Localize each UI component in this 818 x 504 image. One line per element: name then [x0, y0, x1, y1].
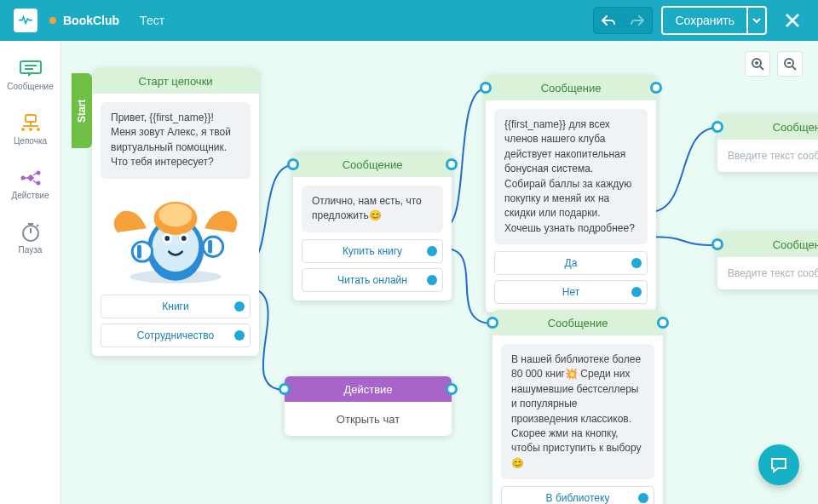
port-in-icon[interactable] [287, 158, 299, 170]
action-icon [19, 169, 43, 187]
svg-rect-37 [137, 244, 141, 258]
node-msg-library-title: Сообщение [548, 317, 608, 329]
node-msg-empty-a[interactable]: Сообщение Введите текст сообщения [717, 114, 818, 172]
port-icon[interactable] [234, 330, 245, 341]
svg-point-38 [203, 237, 222, 256]
svg-line-14 [33, 173, 37, 175]
node-start-text: Привет, {{first_name}}! Меня зовут Алекс… [101, 102, 251, 179]
svg-line-21 [760, 66, 763, 70]
node-msg-library-header: Сообщение [493, 310, 663, 335]
tool-action[interactable]: Действие [7, 160, 55, 208]
port-in-icon[interactable] [480, 82, 492, 94]
node-msg-empty-b-title: Сообщение [773, 238, 818, 251]
svg-point-35 [181, 236, 187, 241]
port-in-icon[interactable] [711, 238, 723, 250]
node-msg-offer-title: Сообщение [343, 158, 403, 171]
zoom-controls [745, 51, 803, 77]
svg-point-36 [132, 241, 152, 261]
node-start-header: Старт цепочки [92, 68, 259, 94]
node-start-btn-partner[interactable]: Сотрудничество [101, 324, 251, 347]
zoom-out-button[interactable] [777, 51, 803, 77]
node-msg-offer-btn-buy[interactable]: Купить книгу [302, 239, 443, 263]
node-msg-empty-b-header: Сообщение [717, 232, 818, 257]
flow-canvas[interactable]: Start Старт цепочки Привет, {{first_name… [61, 41, 818, 504]
start-tab[interactable]: Start [72, 73, 92, 148]
node-msg-empty-b[interactable]: Сообщение Введите текст сообщения [717, 232, 818, 289]
node-msg-library[interactable]: Сообщение В нашей библиотеке более 80 00… [493, 310, 663, 504]
port-icon[interactable] [631, 258, 642, 268]
svg-rect-0 [20, 61, 41, 73]
svg-line-19 [37, 225, 38, 226]
port-icon[interactable] [638, 493, 648, 503]
undo-button[interactable] [594, 8, 623, 33]
node-msg-empty-a-placeholder[interactable]: Введите текст сообщения [717, 140, 818, 172]
node-msg-offer-btn-read[interactable]: Читать онлайн [302, 268, 443, 292]
tool-pause-label: Пауза [19, 245, 43, 255]
node-msg-offer-header: Сообщение [293, 152, 452, 177]
port-in-icon[interactable] [487, 317, 498, 329]
svg-point-7 [29, 128, 32, 131]
node-start-title: Старт цепочки [138, 75, 212, 88]
svg-point-9 [20, 175, 25, 180]
node-action-chat-title: Действие [343, 383, 392, 396]
port-out-icon[interactable] [657, 317, 669, 329]
node-msg-bonus-text: {{first_name}} для всех членов нашего кл… [494, 109, 648, 244]
save-button[interactable]: Сохранить [663, 8, 746, 33]
node-action-chat[interactable]: Действие Открыть чат [285, 376, 452, 436]
close-button[interactable] [781, 9, 804, 32]
node-msg-empty-a-title: Сообщение [773, 121, 818, 134]
svg-point-10 [36, 170, 40, 175]
pulse-icon [19, 15, 32, 26]
pause-icon [19, 223, 43, 242]
tool-pause[interactable]: Пауза [7, 215, 55, 262]
redo-button[interactable] [623, 8, 652, 33]
node-msg-empty-b-placeholder[interactable]: Введите текст сообщения [717, 257, 818, 289]
status-dot-icon [49, 17, 56, 24]
tool-message[interactable]: Сообщение [7, 51, 55, 99]
node-msg-offer-text: Отлично, нам есть, что предложить😊 [302, 186, 443, 232]
port-in-icon[interactable] [711, 121, 723, 133]
svg-rect-39 [208, 239, 212, 253]
svg-point-6 [21, 128, 25, 131]
node-msg-library-text: В нашей библиотеке более 80 000 книг💥 Ср… [501, 344, 654, 479]
save-button-group: Сохранить [661, 6, 767, 35]
top-bar: BookClub Тест Сохранить [0, 0, 818, 41]
tool-sidebar: Сообщение Цепочка Действие Пауза [0, 41, 61, 504]
tool-chain-label: Цепочка [14, 136, 47, 146]
port-out-icon[interactable] [650, 82, 662, 94]
port-icon[interactable] [427, 275, 437, 285]
node-start-btn-books[interactable]: Книги [101, 295, 251, 318]
node-msg-bonus-header: Сообщение [486, 75, 656, 100]
node-msg-bonus-btn-no[interactable]: Нет [494, 280, 648, 304]
message-icon [19, 60, 43, 78]
node-start[interactable]: Старт цепочки Привет, {{first_name}}! Ме… [92, 68, 259, 356]
chain-icon [19, 114, 43, 133]
node-msg-bonus-btn-yes[interactable]: Да [494, 251, 648, 275]
port-out-icon[interactable] [446, 383, 458, 395]
node-msg-bonus[interactable]: Сообщение {{first_name}} для всех членов… [486, 75, 656, 312]
breadcrumb-page[interactable]: Тест [140, 14, 164, 27]
port-icon[interactable] [234, 301, 245, 312]
node-msg-library-btn-go[interactable]: В библиотеку [501, 486, 654, 504]
save-dropdown[interactable] [746, 8, 765, 33]
svg-rect-12 [26, 174, 33, 180]
tool-chain[interactable]: Цепочка [7, 106, 55, 153]
node-start-image [101, 186, 251, 288]
svg-line-15 [33, 180, 37, 183]
svg-point-11 [36, 180, 40, 185]
svg-rect-3 [26, 115, 36, 122]
svg-point-8 [37, 128, 40, 131]
port-icon[interactable] [631, 287, 642, 297]
node-msg-offer[interactable]: Сообщение Отлично, нам есть, что предлож… [293, 152, 452, 301]
breadcrumb-project[interactable]: BookClub [63, 14, 119, 27]
zoom-in-button[interactable] [745, 51, 770, 77]
node-msg-bonus-title: Сообщение [541, 82, 602, 94]
port-out-icon[interactable] [446, 158, 458, 170]
svg-point-33 [164, 236, 170, 241]
help-button[interactable] [758, 444, 799, 485]
port-icon[interactable] [427, 246, 437, 256]
app-logo[interactable] [14, 9, 37, 32]
port-in-icon[interactable] [279, 383, 291, 395]
node-action-chat-label: Открыть чат [285, 402, 452, 436]
node-msg-empty-a-header: Сообщение [717, 114, 818, 140]
